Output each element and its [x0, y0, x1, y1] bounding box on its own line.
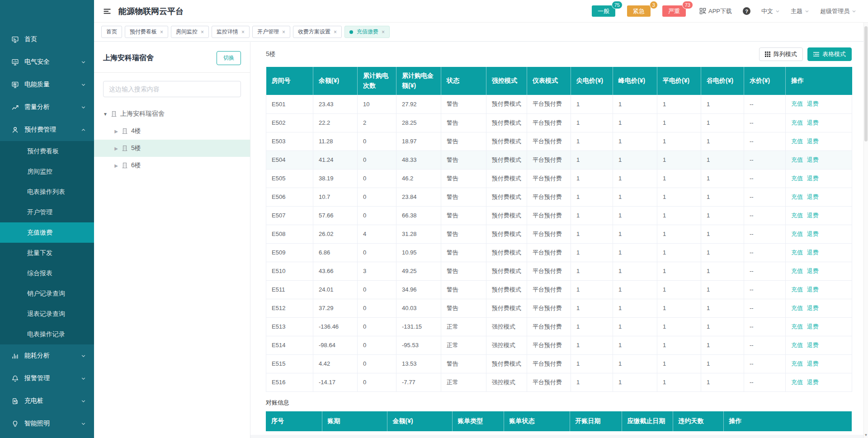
refund-link[interactable]: 退费: [807, 231, 819, 237]
refund-link[interactable]: 退费: [807, 119, 819, 126]
refund-link[interactable]: 退费: [807, 360, 819, 367]
recharge-link[interactable]: 充值: [791, 268, 803, 274]
sidebar-item-开户管理[interactable]: 开户管理: [0, 202, 94, 222]
room-number-cell: E508: [266, 225, 313, 243]
balance-cell: 24.01: [313, 280, 358, 299]
scrollbar-thumb[interactable]: [864, 26, 868, 141]
refund-link[interactable]: 退费: [807, 193, 819, 200]
sidebar-item-能耗分析[interactable]: 能耗分析: [0, 344, 94, 367]
tree-search-input[interactable]: [103, 81, 241, 97]
sidebar-item-报警管理[interactable]: 报警管理: [0, 367, 94, 390]
help-icon[interactable]: ?: [743, 7, 750, 15]
sidebar-item-房间监控[interactable]: 房间监控: [0, 161, 94, 182]
sidebar-item-需量分析[interactable]: 需量分析: [0, 96, 94, 118]
refund-link[interactable]: 退费: [807, 323, 819, 330]
refund-link[interactable]: 退费: [807, 286, 819, 293]
switch-building-button[interactable]: 切换: [217, 51, 241, 65]
purchase-count-cell: 4: [358, 225, 396, 243]
refund-link[interactable]: 退费: [807, 379, 819, 386]
tree-node-root[interactable]: ▼上海安科瑞宿舍: [94, 105, 250, 122]
tab-close-icon[interactable]: ×: [382, 29, 385, 35]
tab-close-icon[interactable]: ×: [282, 29, 285, 35]
refund-link[interactable]: 退费: [807, 100, 819, 107]
tab-close-icon[interactable]: ×: [241, 29, 245, 35]
sidebar-item-智能照明[interactable]: 智能照明: [0, 412, 94, 435]
sidebar-item-退表记录查询[interactable]: 退表记录查询: [0, 304, 94, 324]
recharge-link[interactable]: 充值: [791, 323, 803, 330]
refund-link[interactable]: 退费: [807, 268, 819, 274]
refund-link[interactable]: 退费: [807, 249, 819, 256]
recharge-link[interactable]: 充值: [791, 100, 803, 107]
caret-right-icon[interactable]: ▶: [114, 146, 118, 151]
sidebar-item-首页[interactable]: 首页: [0, 28, 94, 51]
sidebar-item-销户记录查询[interactable]: 销户记录查询: [0, 283, 94, 304]
table-mode-button[interactable]: 表格模式: [807, 47, 852, 61]
prepay-icon: [11, 126, 19, 134]
recharge-link[interactable]: 充值: [791, 379, 803, 386]
tab-监控详情[interactable]: 监控详情×: [212, 26, 250, 38]
caret-right-icon[interactable]: ▶: [114, 129, 118, 134]
tree-node-5楼[interactable]: ▶5楼: [94, 140, 250, 157]
sidebar-item-电气安全[interactable]: 电气安全: [0, 51, 94, 73]
recharge-link[interactable]: 充值: [791, 119, 803, 126]
refund-link[interactable]: 退费: [807, 342, 819, 349]
refund-link[interactable]: 退费: [807, 138, 819, 145]
recharge-link[interactable]: 充值: [791, 360, 803, 367]
alarm-badge-count: 3: [650, 1, 658, 9]
room-number-cell: E510: [266, 262, 313, 280]
scrollbar-down-arrow[interactable]: ▼: [864, 433, 868, 437]
sidebar-item-电能质量[interactable]: 电能质量: [0, 73, 94, 96]
sidebar-item-充电桩[interactable]: 充电桩: [0, 390, 94, 412]
tab-充值缴费[interactable]: 充值缴费×: [344, 26, 390, 38]
sidebar-item-预付费管理[interactable]: 预付费管理: [0, 118, 94, 141]
recharge-link[interactable]: 充值: [791, 175, 803, 182]
sidebar-item-充值缴费[interactable]: 充值缴费: [0, 222, 94, 243]
tab-首页[interactable]: 首页: [101, 26, 122, 38]
tab-close-icon[interactable]: ×: [201, 29, 204, 35]
control-mode-cell: 预付费模式: [486, 262, 527, 280]
tab-房间监控[interactable]: 房间监控×: [171, 26, 209, 38]
tab-close-icon[interactable]: ×: [334, 29, 337, 35]
column-header-强控模式: 强控模式: [486, 67, 527, 95]
language-select[interactable]: 中文: [761, 7, 780, 15]
recharge-link[interactable]: 充值: [791, 193, 803, 200]
tree-node-6楼[interactable]: ▶6楼: [94, 157, 250, 174]
purchase-count-cell: 0: [358, 151, 396, 169]
sidebar-item-批量下发[interactable]: 批量下发: [0, 243, 94, 263]
page-scrollbar[interactable]: ▼: [863, 23, 868, 438]
sidebar-item-预付费看板[interactable]: 预付费看板: [0, 141, 94, 161]
recharge-link[interactable]: 充值: [791, 156, 803, 163]
recharge-link[interactable]: 充值: [791, 286, 803, 293]
recharge-link[interactable]: 充值: [791, 249, 803, 256]
caret-right-icon[interactable]: ▶: [114, 163, 118, 168]
recharge-link[interactable]: 充值: [791, 342, 803, 349]
tab-close-icon[interactable]: ×: [160, 29, 163, 35]
recharge-link[interactable]: 充值: [791, 138, 803, 145]
alarm-badge-一般[interactable]: 一般75: [592, 5, 615, 17]
app-download-button[interactable]: APP下载: [699, 7, 732, 15]
menu-collapse-icon[interactable]: [103, 7, 111, 15]
tree-node-4楼[interactable]: ▶4楼: [94, 122, 250, 140]
alarm-badge-严重[interactable]: 严重73: [662, 5, 686, 17]
billing-column-header-账期: 账期: [322, 411, 387, 431]
theme-select[interactable]: 主题: [791, 7, 809, 15]
tab-预付费看板[interactable]: 预付费看板×: [125, 26, 168, 38]
tab-开户管理[interactable]: 开户管理×: [252, 26, 290, 38]
recharge-link[interactable]: 充值: [791, 305, 803, 311]
sidebar-item-综合报表[interactable]: 综合报表: [0, 263, 94, 283]
alarm-badge-紧急[interactable]: 紧急3: [627, 5, 651, 17]
refund-link[interactable]: 退费: [807, 175, 819, 182]
sidebar-item-电表操作记录[interactable]: 电表操作记录: [0, 324, 94, 344]
grid-mode-button[interactable]: 阵列模式: [759, 47, 803, 61]
recharge-link[interactable]: 充值: [791, 231, 803, 237]
sidebar-item-电表操作列表[interactable]: 电表操作列表: [0, 182, 94, 202]
refund-link[interactable]: 退费: [807, 212, 819, 219]
caret-down-icon[interactable]: ▼: [103, 112, 108, 117]
refund-link[interactable]: 退费: [807, 305, 819, 311]
tab-收费方案设置[interactable]: 收费方案设置×: [293, 26, 342, 38]
user-menu[interactable]: 超级管理员: [820, 7, 856, 15]
flat-price-cell: 1: [657, 299, 701, 317]
valley-price-cell: 1: [701, 188, 744, 206]
refund-link[interactable]: 退费: [807, 156, 819, 163]
recharge-link[interactable]: 充值: [791, 212, 803, 219]
